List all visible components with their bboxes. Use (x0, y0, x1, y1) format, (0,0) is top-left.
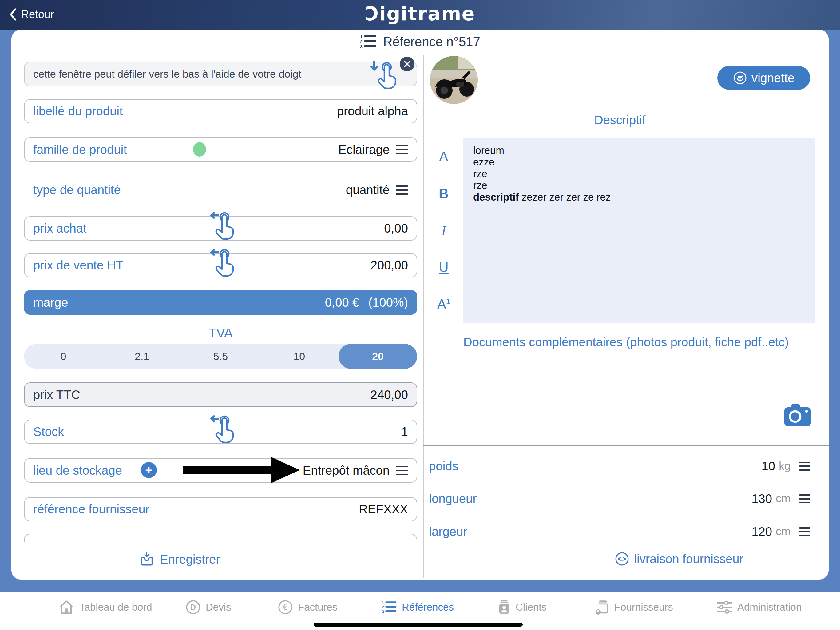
selling-price-value: 200,00 (371, 258, 408, 272)
length-menu-icon[interactable] (799, 494, 810, 503)
nav-fournisseurs[interactable]: Fournisseurs (594, 598, 673, 616)
vignette-button[interactable]: vignette (717, 66, 810, 90)
descriptif-editor[interactable]: loreum ezze rze rze descriptif zezer zer… (463, 138, 815, 323)
width-row[interactable]: largeur 120 cm (429, 522, 810, 541)
svg-text:3: 3 (382, 610, 384, 614)
motorcycle-image (430, 56, 478, 104)
tva-option-10[interactable]: 10 (260, 344, 338, 369)
svg-text:1: 1 (382, 601, 384, 605)
editor-line: rze (473, 180, 805, 192)
supplier-reference-field[interactable]: référence fournisseur REFXXX (24, 497, 417, 521)
product-family-menu-icon[interactable] (396, 145, 408, 154)
close-hint-button[interactable] (400, 57, 414, 71)
family-status-dot (193, 142, 206, 157)
pointer-arrow-icon (183, 456, 300, 484)
swipe-left-gesture-icon (210, 415, 236, 447)
sliders-icon (717, 600, 733, 615)
editor-line: descriptif zezer zer zer ze rez (473, 192, 805, 203)
add-storage-location-button[interactable]: + (141, 462, 157, 478)
save-icon (139, 552, 154, 567)
documents-heading: Documents complémentaires (photos produi… (423, 335, 829, 349)
euro-circle-icon: € (278, 600, 293, 615)
nav-references-active[interactable]: 1 2 3 Références (382, 598, 454, 616)
dimensions-divider-bottom (423, 544, 829, 544)
storage-location-label: lieu de stockage (33, 464, 122, 477)
app-screen: Retour Ɔigitrame 1 2 3 Réference n°517 c… (0, 0, 840, 630)
svg-text:€: € (283, 603, 288, 612)
supplier-box-icon (594, 599, 609, 615)
width-label: largeur (429, 525, 467, 539)
nav-label: Fournisseurs (614, 602, 673, 613)
length-row[interactable]: longueur 130 cm (429, 489, 810, 508)
nav-clients[interactable]: Clients (496, 598, 547, 616)
supplier-delivery-button[interactable]: livraison fournisseur (615, 552, 744, 566)
title-divider (20, 54, 820, 54)
weight-row[interactable]: poids 10 kg (429, 456, 810, 476)
quantity-type-value: quantité (346, 183, 390, 197)
nav-label: Clients (516, 602, 547, 613)
swipe-left-gesture-icon (210, 212, 236, 244)
weight-menu-icon[interactable] (799, 462, 810, 471)
margin-percent: (100%) (368, 296, 408, 309)
nav-label: Factures (298, 602, 337, 613)
ttc-price-value: 240,00 (371, 388, 408, 402)
client-badge-icon (496, 600, 511, 615)
swipe-left-gesture-icon (210, 249, 236, 280)
weight-label: poids (429, 459, 458, 473)
format-italic-button[interactable]: I (433, 223, 455, 239)
home-icon (58, 599, 74, 615)
camera-button[interactable] (783, 400, 812, 429)
save-button[interactable]: Enregistrer (139, 552, 220, 567)
svg-text:2: 2 (360, 40, 363, 44)
product-photo[interactable] (430, 56, 478, 104)
product-family-field[interactable]: famille de produit Eclairage (24, 137, 417, 162)
width-menu-icon[interactable] (799, 527, 810, 536)
superscript-base: A (437, 296, 446, 312)
product-label-value: produit alpha (337, 104, 408, 118)
nav-label: Références (402, 602, 454, 613)
tva-segmented-control: 0 2.1 5.5 10 20 (24, 344, 417, 369)
nav-administration[interactable]: Administration (717, 598, 802, 616)
purchase-price-value: 0,00 (384, 222, 408, 235)
length-value: 130 (752, 492, 772, 506)
weight-value: 10 (761, 459, 775, 473)
format-underline-button[interactable]: U (433, 260, 455, 275)
nav-label: Devis (206, 602, 231, 613)
tva-option-2.1[interactable]: 2.1 (103, 344, 182, 369)
nav-label: Administration (737, 602, 802, 613)
swipe-down-gesture-icon (370, 60, 398, 91)
nav-factures[interactable]: € Factures (278, 598, 337, 616)
format-font-button[interactable]: A (433, 149, 455, 164)
editor-line: loreum (473, 144, 805, 156)
dimensions-divider-top (423, 445, 829, 446)
product-label-field[interactable]: libellé du produit produit alpha (24, 99, 417, 123)
numbered-list-icon: 1 2 3 (360, 35, 377, 49)
weight-unit: kg (779, 459, 791, 473)
numbered-list-icon: 1 2 3 (382, 600, 397, 614)
storage-location-menu-icon[interactable] (396, 466, 408, 475)
selling-price-label: prix de vente HT (33, 258, 123, 272)
nav-devis[interactable]: D Devis (185, 598, 231, 616)
scroll-hint-banner: cette fenêtre peut défiler vers le bas à… (24, 62, 417, 86)
format-superscript-button[interactable]: A1 (433, 296, 455, 312)
home-indicator[interactable] (314, 623, 523, 627)
quantity-type-menu-icon[interactable] (396, 185, 408, 195)
superscript-exp: 1 (446, 297, 450, 306)
supplier-reference-label: référence fournisseur (33, 502, 149, 516)
top-bar: Retour Ɔigitrame (0, 0, 840, 30)
tva-option-0[interactable]: 0 (24, 344, 103, 369)
margin-row: marge 0,00 € (100%) (24, 290, 417, 315)
format-bold-button[interactable]: B (433, 186, 455, 201)
quantity-type-field[interactable]: type de quantité quantité (24, 177, 417, 202)
close-icon (404, 60, 411, 67)
tva-option-5.5[interactable]: 5.5 (182, 344, 260, 369)
eye-icon (615, 552, 629, 566)
stock-label: Stock (33, 425, 64, 438)
purchase-price-label: prix achat (33, 222, 87, 235)
stock-value: 1 (401, 425, 408, 438)
width-value: 120 (752, 525, 772, 539)
scroll-hint-text: cette fenêtre peut défiler vers le bas à… (33, 68, 301, 80)
nav-tableau-de-bord[interactable]: Tableau de bord (58, 598, 152, 616)
length-label: longueur (429, 492, 477, 506)
tva-option-20-selected[interactable]: 20 (338, 344, 417, 369)
